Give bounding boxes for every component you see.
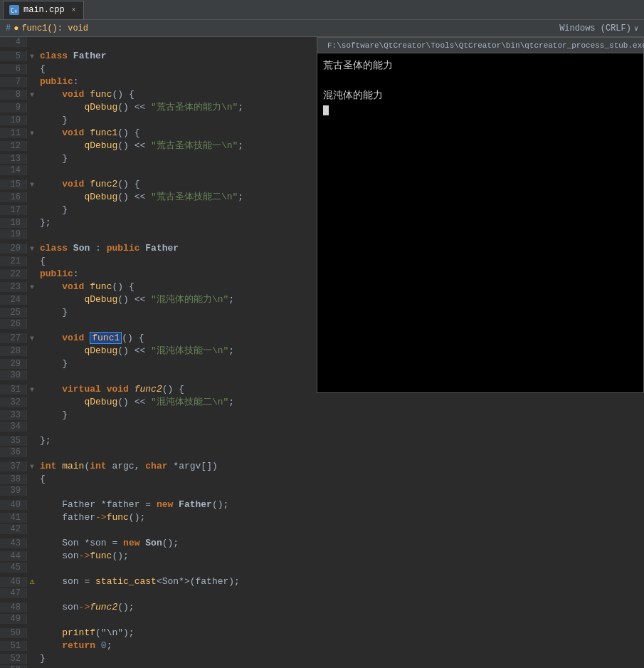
line-number: 34 bbox=[0, 422, 27, 432]
function-name: qDebug bbox=[84, 294, 117, 305]
console-body: 荒古圣体的能力 混沌体的能力 bbox=[317, 53, 643, 392]
punctuation: { bbox=[139, 333, 144, 343]
punctuation: : bbox=[95, 243, 101, 254]
func-dot: ● bbox=[14, 24, 19, 33]
line-gutter[interactable]: ▼ bbox=[27, 462, 37, 471]
line-content: } bbox=[37, 652, 46, 665]
line-gutter[interactable]: ▼ bbox=[27, 244, 37, 253]
punctuation: } bbox=[62, 153, 68, 164]
punctuation: ; bbox=[228, 345, 234, 356]
func-signature: func1(): void bbox=[21, 24, 88, 33]
string-literal: "荒古圣体的能力\n" bbox=[151, 102, 238, 113]
line-number: 36 bbox=[0, 447, 27, 457]
console-title-bar: F:\software\QtCreator\Tools\QtCreator\bi… bbox=[317, 38, 643, 53]
line-content: class Son : public Father bbox=[37, 242, 179, 255]
line-content: } bbox=[37, 204, 68, 216]
string-literal: "混沌体的能力\n" bbox=[151, 294, 228, 305]
function-name: func bbox=[90, 550, 112, 561]
fold-arrow[interactable]: ▼ bbox=[30, 335, 34, 343]
line-content: { bbox=[37, 63, 46, 75]
line-content: } bbox=[37, 114, 68, 127]
table-row: 48 son->func2(); bbox=[0, 601, 644, 614]
line-number: 35 bbox=[0, 436, 27, 446]
punctuation: *>( bbox=[179, 576, 195, 587]
fold-arrow[interactable]: ▼ bbox=[30, 245, 34, 253]
punctuation: () bbox=[122, 333, 133, 343]
punctuation: } bbox=[62, 204, 68, 215]
punctuation: () bbox=[112, 89, 123, 100]
line-number: 20 bbox=[0, 244, 27, 254]
keyword: public bbox=[40, 268, 73, 279]
line-number: 43 bbox=[0, 538, 27, 548]
punctuation: ; bbox=[238, 140, 243, 151]
punctuation: (); bbox=[112, 550, 128, 561]
keyword: void bbox=[62, 333, 84, 343]
line-content: }; bbox=[37, 434, 51, 447]
class-name: Son bbox=[145, 538, 162, 548]
line-gutter[interactable]: ▼ bbox=[27, 283, 37, 291]
line-number: 44 bbox=[0, 551, 27, 561]
svg-text:C+: C+ bbox=[11, 8, 18, 14]
line-content: virtual void func2() { bbox=[37, 383, 184, 396]
line-number: 52 bbox=[0, 654, 27, 664]
punctuation: << bbox=[134, 397, 146, 407]
punctuation: * bbox=[173, 461, 179, 471]
punctuation: }; bbox=[40, 217, 51, 228]
table-row: 35}; bbox=[0, 434, 644, 447]
line-number: 9 bbox=[0, 103, 27, 113]
function-name: qDebug bbox=[84, 397, 117, 407]
line-number: 6 bbox=[0, 64, 27, 74]
punctuation: () bbox=[117, 192, 129, 202]
punctuation: (); bbox=[212, 499, 228, 510]
table-row: 40 Father *father = new Father(); bbox=[0, 499, 644, 511]
line-number: 7 bbox=[0, 77, 27, 87]
table-row: 34 bbox=[0, 422, 644, 434]
function-virtual: func2 bbox=[134, 384, 162, 395]
table-row: 53 bbox=[0, 665, 644, 668]
table-row: 44 son->func(); bbox=[0, 550, 644, 563]
encoding-arrow[interactable]: ∨ bbox=[634, 24, 638, 33]
fold-arrow[interactable]: ▼ bbox=[30, 181, 34, 189]
fold-arrow[interactable]: ▼ bbox=[30, 53, 34, 61]
fold-arrow[interactable]: ▼ bbox=[30, 283, 34, 291]
punctuation: () bbox=[117, 102, 129, 113]
console-window[interactable]: F:\software\QtCreator\Tools\QtCreator\bi… bbox=[317, 37, 644, 393]
line-gutter[interactable]: ▼ bbox=[27, 90, 37, 99]
punctuation: << bbox=[134, 345, 146, 356]
console-line-2 bbox=[323, 75, 638, 86]
line-number: 19 bbox=[0, 229, 27, 239]
line-content: { bbox=[37, 255, 46, 268]
line-number: 21 bbox=[0, 256, 27, 266]
tab-close-button[interactable]: × bbox=[72, 6, 76, 14]
line-gutter[interactable]: ▼ bbox=[27, 385, 37, 394]
keyword: int bbox=[40, 461, 56, 471]
table-row: 41 father->func(); bbox=[0, 511, 644, 524]
line-gutter[interactable]: ▼ bbox=[27, 129, 37, 137]
fold-arrow[interactable]: ▼ bbox=[30, 386, 34, 394]
fold-arrow[interactable]: ▼ bbox=[30, 463, 34, 471]
line-gutter[interactable]: ▼ bbox=[27, 52, 37, 61]
keyword: void bbox=[62, 179, 84, 189]
function-name: printf bbox=[62, 627, 95, 638]
function-name: qDebug bbox=[84, 140, 117, 151]
keyword: public bbox=[40, 76, 73, 87]
line-content: } bbox=[37, 152, 68, 165]
line-number: 27 bbox=[0, 333, 27, 343]
line-gutter[interactable]: ▼ bbox=[27, 334, 37, 343]
punctuation: << bbox=[134, 140, 146, 151]
punctuation: ); bbox=[228, 576, 240, 587]
line-number: 38 bbox=[0, 474, 27, 484]
arrow-operator: -> bbox=[79, 602, 90, 612]
punctuation: < bbox=[157, 576, 162, 587]
line-gutter[interactable]: ▼ bbox=[27, 180, 37, 189]
line-gutter[interactable]: ⚠ bbox=[27, 576, 37, 587]
table-row: 50 printf("\n"); bbox=[0, 627, 644, 640]
table-row: 38{ bbox=[0, 473, 644, 486]
line-content: public: bbox=[37, 268, 79, 281]
fold-arrow[interactable]: ▼ bbox=[30, 91, 34, 99]
fold-arrow[interactable]: ▼ bbox=[30, 130, 34, 137]
tab-main-cpp[interactable]: C+ main.cpp × bbox=[3, 1, 84, 19]
function-name: func bbox=[90, 281, 112, 292]
line-content: son = static_cast<Son*>(father); bbox=[37, 575, 240, 588]
punctuation: ; bbox=[238, 192, 243, 202]
